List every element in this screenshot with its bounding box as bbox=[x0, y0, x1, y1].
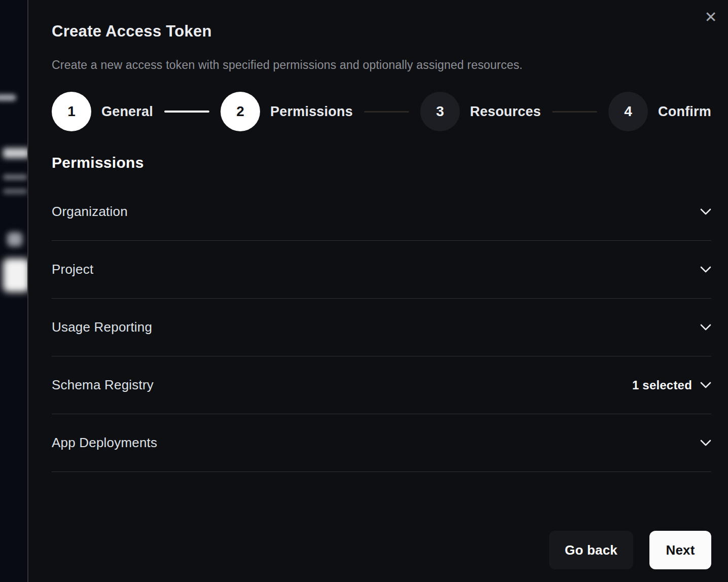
step-general-number: 1 bbox=[52, 92, 91, 131]
accordion-label: Schema Registry bbox=[52, 377, 632, 393]
permissions-section-heading: Permissions bbox=[52, 154, 711, 171]
blurred-sidebar-logo bbox=[3, 259, 27, 292]
modal-footer: Go back Next bbox=[549, 531, 711, 569]
accordion-label: Project bbox=[52, 262, 700, 277]
blurred-sidebar-item bbox=[3, 148, 27, 158]
permissions-accordion: Organization Project Usage Reporting bbox=[52, 183, 711, 472]
stepper-connector bbox=[552, 111, 597, 113]
step-confirm-number: 4 bbox=[608, 92, 648, 131]
blurred-sidebar-item bbox=[3, 189, 27, 194]
accordion-label: App Deployments bbox=[52, 435, 700, 451]
accordion-label: Usage Reporting bbox=[52, 319, 700, 335]
chevron-down-icon bbox=[700, 208, 711, 215]
step-permissions-number: 2 bbox=[221, 92, 260, 131]
modal-title: Create Access Token bbox=[52, 0, 711, 41]
blurred-sidebar-item bbox=[3, 174, 27, 180]
blurred-sidebar-item bbox=[0, 94, 16, 101]
step-general-label: General bbox=[101, 104, 153, 120]
app-background-sidebar bbox=[0, 0, 27, 582]
accordion-label: Organization bbox=[52, 204, 700, 220]
step-resources[interactable]: 3 Resources bbox=[420, 92, 541, 131]
create-access-token-modal: ✕ Create Access Token Create a new acces… bbox=[27, 0, 728, 582]
chevron-down-icon bbox=[700, 266, 711, 273]
next-button[interactable]: Next bbox=[649, 531, 711, 569]
step-general[interactable]: 1 General bbox=[52, 92, 153, 131]
step-confirm-label: Confirm bbox=[658, 104, 711, 120]
accordion-item-usage-reporting[interactable]: Usage Reporting bbox=[52, 299, 711, 356]
accordion-item-app-deployments[interactable]: App Deployments bbox=[52, 414, 711, 472]
stepper-connector bbox=[364, 111, 409, 113]
blurred-sidebar-icon bbox=[7, 232, 22, 246]
accordion-item-schema-registry[interactable]: Schema Registry 1 selected bbox=[52, 356, 711, 414]
chevron-down-icon bbox=[700, 324, 711, 331]
step-permissions[interactable]: 2 Permissions bbox=[221, 92, 353, 131]
wizard-stepper: 1 General 2 Permissions 3 Resources 4 Co… bbox=[52, 91, 711, 132]
stepper-connector bbox=[164, 111, 209, 113]
step-confirm[interactable]: 4 Confirm bbox=[608, 92, 711, 131]
chevron-down-icon bbox=[700, 382, 711, 388]
accordion-item-organization[interactable]: Organization bbox=[52, 183, 711, 241]
step-resources-number: 3 bbox=[420, 92, 460, 131]
chevron-down-icon bbox=[700, 440, 711, 446]
accordion-item-project[interactable]: Project bbox=[52, 241, 711, 299]
step-resources-label: Resources bbox=[470, 104, 541, 120]
close-icon[interactable]: ✕ bbox=[700, 6, 722, 28]
step-permissions-label: Permissions bbox=[270, 104, 353, 120]
go-back-button[interactable]: Go back bbox=[549, 531, 633, 569]
selected-count-badge: 1 selected bbox=[632, 378, 692, 392]
modal-subtitle: Create a new access token with specified… bbox=[52, 58, 711, 72]
